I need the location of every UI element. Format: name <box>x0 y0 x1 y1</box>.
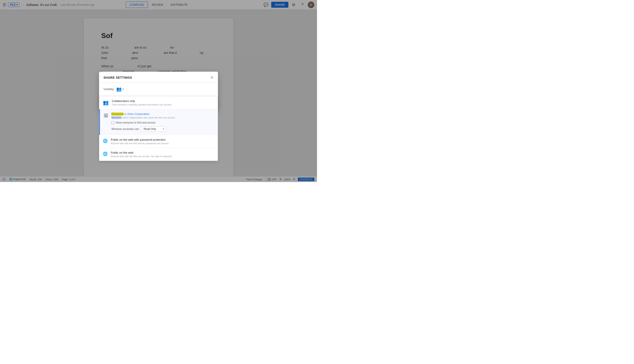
collaborators-desc: Only members explicitly granted permissi… <box>112 103 214 106</box>
everyone-org-title: Everyone in Zoho Corporation <box>111 112 214 116</box>
visibility-dropdown-arrow: ▾ <box>123 88 124 90</box>
public-password-desc: Anyone who has the link and its password… <box>111 142 214 145</box>
dropdown-item-public-password[interactable]: 🌐 Public on the web with password protec… <box>99 135 218 148</box>
modal-header: SHARE SETTINGS ✕ <box>99 72 218 83</box>
dropdown-item-everyone-org[interactable]: 🏢 Everyone in Zoho Corporation Members w… <box>99 109 218 135</box>
visibility-label: Visibility: <box>103 88 114 91</box>
allow-everyone-row: Allow everyone to find and access <box>111 121 214 124</box>
everyone-org-desc: Members within Organization who have the… <box>111 116 214 119</box>
allow-everyone-checkbox[interactable] <box>111 121 114 124</box>
building-icon: 🏢 <box>103 113 108 118</box>
public-web-content: Public on the web Anyone who has the lin… <box>111 151 214 158</box>
modal-title: SHARE SETTINGS <box>103 76 132 79</box>
public-password-content: Public on the web with password protecti… <box>111 138 214 145</box>
modal-close-button[interactable]: ✕ <box>210 75 214 80</box>
public-web-desc: Anyone who has the link can access. No s… <box>111 155 214 158</box>
access-select-wrapper: Read Only Can Comment Can Edit <box>141 126 166 132</box>
public-password-title: Public on the web with password protecti… <box>111 138 214 141</box>
access-label: Whoever accesses can: <box>111 128 139 130</box>
modal-body: Visibility: 👥 ▾ 👥 Collaborators only Onl… <box>99 83 218 97</box>
visibility-people-icon: 👥 <box>116 86 122 92</box>
access-row: Whoever accesses can: Read Only Can Comm… <box>111 126 214 132</box>
globe-lock-icon: 🌐 <box>103 138 108 143</box>
dropdown-item-public-web[interactable]: 🌐 Public on the web Anyone who has the l… <box>99 148 218 161</box>
share-settings-modal: SHARE SETTINGS ✕ Visibility: 👥 ▾ 👥 Colla… <box>99 72 218 110</box>
globe-icon: 🌐 <box>103 152 108 156</box>
access-select[interactable]: Read Only Can Comment Can Edit <box>141 126 166 132</box>
visibility-icon-button[interactable]: 👥 ▾ <box>116 86 124 92</box>
collaborators-title: Collaborators only <box>112 99 214 103</box>
modal-overlay: SHARE SETTINGS ✕ Visibility: 👥 ▾ 👥 Colla… <box>0 0 317 182</box>
everyone-highlight: Everyone <box>111 112 123 116</box>
everyone-org-content: Everyone in Zoho Corporation Members wit… <box>111 112 214 132</box>
public-web-title: Public on the web <box>111 151 214 154</box>
collaborators-content: Collaborators only Only members explicit… <box>112 99 214 106</box>
visibility-row: Visibility: 👥 ▾ <box>103 86 214 92</box>
members-highlight: Members <box>111 116 121 119</box>
dropdown-item-collaborators[interactable]: 👥 Collaborators only Only members explic… <box>99 96 218 109</box>
everyone-org-extra: Allow everyone to find and access Whoeve… <box>111 121 214 132</box>
collaborators-icon: 👥 <box>103 100 109 106</box>
visibility-dropdown-panel: 👥 Collaborators only Only members explic… <box>99 96 218 161</box>
allow-everyone-label: Allow everyone to find and access <box>116 121 155 124</box>
